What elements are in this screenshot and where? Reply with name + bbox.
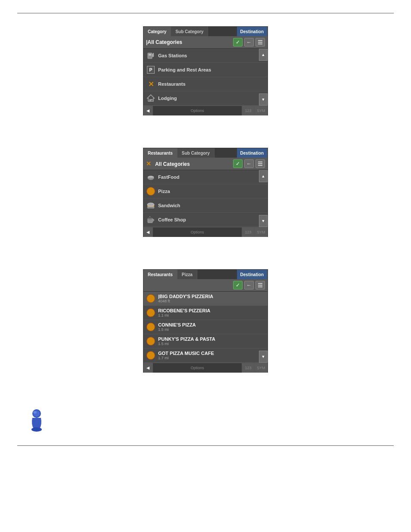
tab-restaurants-2[interactable]: Restaurants xyxy=(143,148,177,158)
panel1-sym-btn[interactable]: SYM xyxy=(255,106,268,115)
svg-point-19 xyxy=(148,218,152,219)
panel2-wrapper: Restaurants Sub Category Destination ✕ A… xyxy=(143,148,268,254)
top-rule xyxy=(17,13,394,13)
ricobene-text: RICOBENE'S PIZZERIA 1.1 mi xyxy=(158,308,210,317)
panel1-back-btn[interactable]: ← xyxy=(244,38,254,47)
panel3-num-btn[interactable]: 123 xyxy=(242,363,255,373)
svg-point-25 xyxy=(31,427,42,432)
coffee-icon xyxy=(146,215,156,224)
panel1-scroll-up[interactable]: ▲ xyxy=(259,49,268,61)
panel1-check-btn[interactable]: ✓ xyxy=(233,38,243,47)
panel1-search-text: |All Categories xyxy=(146,39,231,45)
panel2-search-text: ✕ All Categories xyxy=(146,160,231,167)
svg-rect-10 xyxy=(258,162,262,162)
panel2-check-btn[interactable]: ✓ xyxy=(233,159,243,168)
blue-figure-area xyxy=(26,409,411,437)
panel1-search-row: |All Categories ✓ ← xyxy=(143,36,268,49)
tab-category-1[interactable]: Category xyxy=(143,27,171,36)
pizza-icon-2 xyxy=(146,187,156,196)
panel2-list-btn[interactable] xyxy=(255,159,265,168)
lodging-label: Lodging xyxy=(158,96,177,101)
panel3-sym-btn[interactable]: SYM xyxy=(255,363,268,373)
panel3-scroll-down[interactable]: ▼ xyxy=(259,351,268,363)
list-item-coffee[interactable]: Coffee Shop xyxy=(143,213,268,227)
svg-rect-21 xyxy=(258,285,262,286)
bigdaddy-text: |BIG DADDY'S PIZZERIA 4048 ft xyxy=(158,294,213,303)
tab-restaurants-3[interactable]: Restaurants xyxy=(143,270,177,279)
svg-rect-11 xyxy=(258,163,262,164)
tab-destination-2[interactable]: Destination xyxy=(237,148,268,158)
panel3-back-btn[interactable]: ← xyxy=(244,281,254,289)
list-item-gas[interactable]: Gas Stations xyxy=(143,49,268,63)
list-item-punky[interactable]: PUNKY'S PIZZA & PASTA 1.5 mi xyxy=(143,334,268,348)
tab-destination-3[interactable]: Destination xyxy=(237,270,268,279)
list-item-ricobene[interactable]: RICOBENE'S PIZZERIA 1.1 mi xyxy=(143,306,268,320)
panel3-options[interactable]: Options xyxy=(153,366,242,370)
panel1-num-btn[interactable]: 123 xyxy=(242,106,255,115)
svg-rect-4 xyxy=(149,54,151,56)
panel3-wrapper: Restaurants Pizza Destination ✓ ← xyxy=(143,269,268,390)
gotpizza-text: GOT PIZZA MUSIC CAFE 1.7 mi xyxy=(158,351,214,360)
panel2: Restaurants Sub Category Destination ✕ A… xyxy=(143,148,268,237)
list-item-parking[interactable]: P Parking and Rest Areas xyxy=(143,63,268,77)
panel1-bottom-bar: ◄ Options 123 SYM xyxy=(143,106,268,115)
svg-rect-12 xyxy=(258,165,262,166)
panel2-scroll-down[interactable]: ▼ xyxy=(259,215,268,227)
panel1-options[interactable]: Options xyxy=(153,109,242,113)
tab-pizza-3[interactable]: Pizza xyxy=(177,270,197,279)
list-item-pizza[interactable]: Pizza xyxy=(143,184,268,199)
panel2-options[interactable]: Options xyxy=(153,230,242,234)
svg-rect-8 xyxy=(149,99,151,101)
fastfood-label: FastFood xyxy=(158,174,180,180)
pizza-label: Pizza xyxy=(158,189,170,194)
svg-rect-9 xyxy=(151,99,153,100)
panel3-action-row: ✓ ← xyxy=(143,279,268,292)
panel2-sym-btn[interactable]: SYM xyxy=(255,227,268,237)
pizza-icon-pun xyxy=(146,336,156,346)
panel1-back-arrow[interactable]: ◄ xyxy=(143,106,153,115)
gas-icon xyxy=(146,51,156,60)
list-item-connie[interactable]: CONNIE'S PIZZA 1.5 mi xyxy=(143,320,268,334)
punky-text: PUNKY'S PIZZA & PASTA 1.5 mi xyxy=(158,336,215,346)
panel1-list-btn[interactable] xyxy=(255,38,265,47)
pizza-icon-ric xyxy=(146,308,156,317)
panel3-back-arrow[interactable]: ◄ xyxy=(143,363,153,373)
panel1-wrapper: Category Sub Category Destination |All C… xyxy=(143,26,268,133)
panel1-tabbar: Category Sub Category Destination xyxy=(143,27,268,36)
panel3-bottom-bar: ◄ Options 123 SYM xyxy=(143,363,268,372)
panel2-back-arrow[interactable]: ◄ xyxy=(143,227,153,237)
svg-point-15 xyxy=(147,207,154,209)
list-item-sandwich[interactable]: Sandwich xyxy=(143,199,268,213)
panel2-num-btn[interactable]: 123 xyxy=(242,227,255,237)
pizza-icon-bd xyxy=(146,294,156,303)
list-item-fastfood[interactable]: FastFood xyxy=(143,170,268,184)
lodging-icon xyxy=(146,93,156,103)
panel2-list: FastFood Pizza xyxy=(143,170,268,227)
pizza-icon-got xyxy=(146,351,156,360)
list-item-lodging[interactable]: Lodging xyxy=(143,91,268,106)
panel3-list-btn[interactable] xyxy=(255,281,265,289)
tab-destination-1[interactable]: Destination xyxy=(237,27,268,36)
parking-icon: P xyxy=(146,65,156,75)
tab-subcategory-2[interactable]: Sub Category xyxy=(177,148,215,158)
restaurants-label: Restaurants xyxy=(158,81,186,87)
list-item-restaurants[interactable]: ✕ Restaurants xyxy=(143,77,268,91)
page-container: Category Sub Category Destination |All C… xyxy=(0,0,411,532)
bottom-rule xyxy=(17,445,394,446)
panel2-back-btn[interactable]: ← xyxy=(244,159,254,168)
panel1-list: Gas Stations P Parking and Rest Areas ✕ xyxy=(143,49,268,106)
panel3-tabbar: Restaurants Pizza Destination xyxy=(143,270,268,279)
svg-point-26 xyxy=(33,411,37,414)
tab-subcategory-1[interactable]: Sub Category xyxy=(171,27,208,36)
panel3-check-btn[interactable]: ✓ xyxy=(233,281,243,289)
svg-rect-2 xyxy=(258,44,262,44)
panel2-scroll-up[interactable]: ▲ xyxy=(259,170,268,182)
fastfood-icon xyxy=(146,172,156,182)
svg-rect-22 xyxy=(258,286,262,287)
pizza-icon-con xyxy=(146,322,156,332)
list-item-gotpizza[interactable]: GOT PIZZA MUSIC CAFE 1.7 mi xyxy=(143,348,268,363)
connie-text: CONNIE'S PIZZA 1.5 mi xyxy=(158,322,196,332)
panel1-scroll-down[interactable]: ▼ xyxy=(259,93,268,106)
gas-label: Gas Stations xyxy=(158,53,187,58)
list-item-bigdaddy[interactable]: |BIG DADDY'S PIZZERIA 4048 ft xyxy=(143,292,268,306)
